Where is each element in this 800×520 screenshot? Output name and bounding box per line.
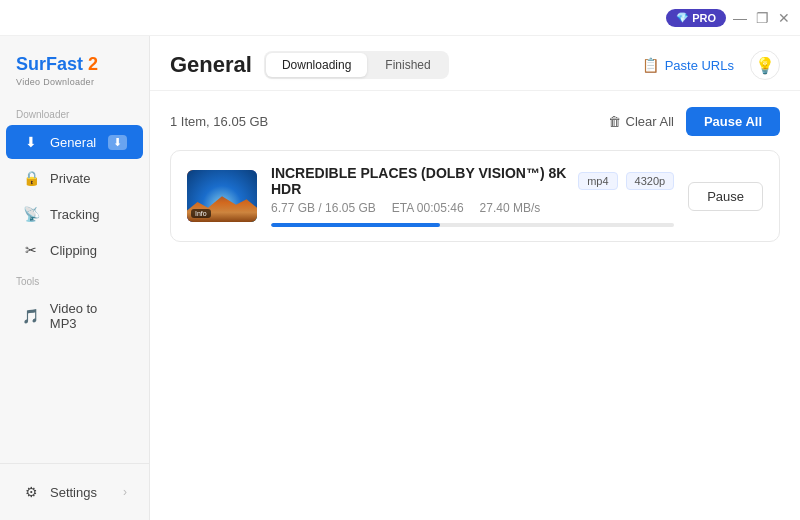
stats-text: 1 Item, 16.05 GB bbox=[170, 114, 268, 129]
download-size: 6.77 GB / 16.05 GB bbox=[271, 201, 376, 215]
sidebar-item-clipping[interactable]: ✂ Clipping bbox=[6, 233, 143, 267]
section-downloader-label: Downloader bbox=[0, 101, 149, 124]
lightbulb-button[interactable]: 💡 bbox=[750, 50, 780, 80]
sidebar-footer: ⚙ Settings › bbox=[0, 463, 149, 520]
logo-version: 2 bbox=[88, 54, 98, 74]
download-meta: 6.77 GB / 16.05 GB ETA 00:05:46 27.40 MB… bbox=[271, 201, 674, 215]
sidebar-item-video-to-mp3[interactable]: 🎵 Video to MP3 bbox=[6, 292, 143, 340]
download-badge: ⬇ bbox=[108, 135, 127, 150]
sidebar-item-label: General bbox=[50, 135, 96, 150]
sidebar: SurFast 2 Video Downloader Downloader ⬇ … bbox=[0, 36, 150, 520]
sidebar-item-tracking[interactable]: 📡 Tracking bbox=[6, 197, 143, 231]
sidebar-item-label: Tracking bbox=[50, 207, 99, 222]
chevron-right-icon: › bbox=[123, 485, 127, 499]
download-info: INCREDIBLE PLACES (DOLBY VISION™) 8K HDR… bbox=[271, 165, 674, 227]
download-item: Info INCREDIBLE PLACES (DOLBY VISION™) 8… bbox=[170, 150, 780, 242]
settings-icon: ⚙ bbox=[22, 484, 40, 500]
actions-row: 🗑 Clear All Pause All bbox=[608, 107, 780, 136]
resolution-tag: 4320p bbox=[626, 172, 675, 190]
pause-button[interactable]: Pause bbox=[688, 182, 763, 211]
section-tools-label: Tools bbox=[0, 268, 149, 291]
lightbulb-icon: 💡 bbox=[755, 56, 775, 75]
thumbnail: Info bbox=[187, 170, 257, 222]
content-area: General Downloading Finished 📋 Paste URL… bbox=[150, 36, 800, 520]
tab-finished[interactable]: Finished bbox=[369, 53, 446, 77]
sidebar-item-label: Clipping bbox=[50, 243, 97, 258]
thumbnail-overlay: Info bbox=[191, 209, 211, 218]
clear-all-label: Clear All bbox=[626, 114, 674, 129]
progress-bar bbox=[271, 223, 440, 227]
download-eta: ETA 00:05:46 bbox=[392, 201, 464, 215]
content-header: General Downloading Finished 📋 Paste URL… bbox=[150, 36, 800, 91]
tab-group: Downloading Finished bbox=[264, 51, 449, 79]
sidebar-item-private[interactable]: 🔒 Private bbox=[6, 161, 143, 195]
tab-downloading[interactable]: Downloading bbox=[266, 53, 367, 77]
content-stats-row: 1 Item, 16.05 GB 🗑 Clear All Pause All bbox=[170, 107, 780, 136]
sidebar-item-label: Private bbox=[50, 171, 90, 186]
download-title: INCREDIBLE PLACES (DOLBY VISION™) 8K HDR bbox=[271, 165, 570, 197]
music-icon: 🎵 bbox=[22, 308, 40, 324]
paste-urls-label: Paste URLs bbox=[665, 58, 734, 73]
sidebar-item-general[interactable]: ⬇ General ⬇ bbox=[6, 125, 143, 159]
pause-all-button[interactable]: Pause All bbox=[686, 107, 780, 136]
download-icon: ⬇ bbox=[22, 134, 40, 150]
pro-badge[interactable]: PRO bbox=[666, 9, 726, 27]
clipping-icon: ✂ bbox=[22, 242, 40, 258]
clear-all-button[interactable]: 🗑 Clear All bbox=[608, 114, 674, 129]
page-title: General bbox=[170, 52, 252, 78]
tracking-icon: 📡 bbox=[22, 206, 40, 222]
logo-sub: Video Downloader bbox=[16, 77, 133, 87]
format-tag: mp4 bbox=[578, 172, 617, 190]
logo-text: SurFast 2 bbox=[16, 54, 133, 75]
lock-icon: 🔒 bbox=[22, 170, 40, 186]
settings-label: Settings bbox=[50, 485, 97, 500]
main-layout: SurFast 2 Video Downloader Downloader ⬇ … bbox=[0, 36, 800, 520]
maximize-button[interactable]: ❐ bbox=[754, 10, 770, 26]
download-title-row: INCREDIBLE PLACES (DOLBY VISION™) 8K HDR… bbox=[271, 165, 674, 197]
minimize-button[interactable]: — bbox=[732, 10, 748, 26]
title-bar: PRO — ❐ ✕ bbox=[0, 0, 800, 36]
download-speed: 27.40 MB/s bbox=[480, 201, 541, 215]
logo: SurFast 2 Video Downloader bbox=[0, 36, 149, 101]
content-body: 1 Item, 16.05 GB 🗑 Clear All Pause All I… bbox=[150, 91, 800, 520]
clipboard-icon: 📋 bbox=[642, 57, 659, 73]
trash-icon: 🗑 bbox=[608, 114, 621, 129]
sidebar-item-label: Video to MP3 bbox=[50, 301, 127, 331]
paste-urls-button[interactable]: 📋 Paste URLs bbox=[642, 57, 734, 73]
header-actions: 📋 Paste URLs 💡 bbox=[642, 50, 780, 80]
progress-bar-container bbox=[271, 223, 674, 227]
close-button[interactable]: ✕ bbox=[776, 10, 792, 26]
sidebar-item-settings[interactable]: ⚙ Settings › bbox=[6, 475, 143, 509]
